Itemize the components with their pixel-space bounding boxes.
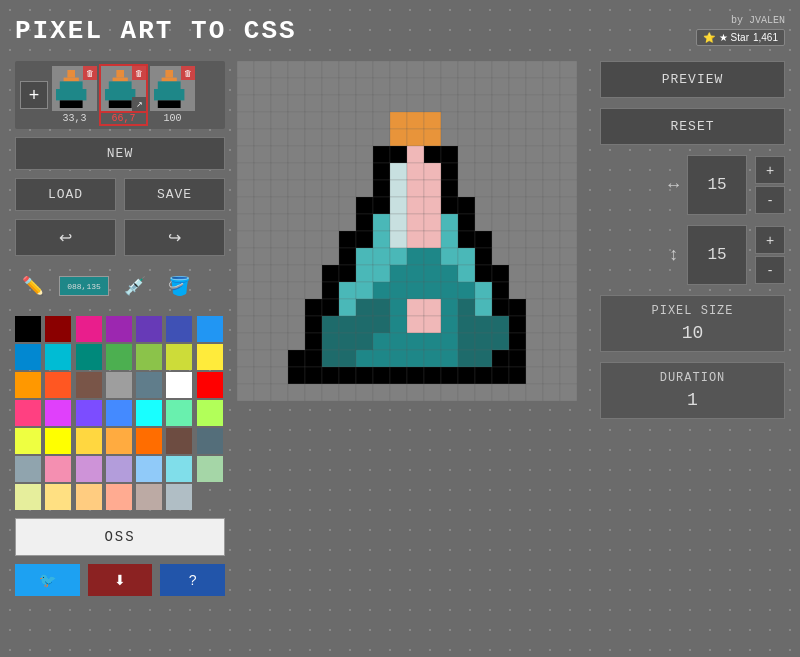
color-swatch[interactable] [15, 428, 41, 454]
frame-item-1[interactable]: 🗑 33,3 [52, 66, 97, 124]
duration-section: Duration 1 [600, 362, 785, 419]
frame-delete-1[interactable]: 🗑 [83, 66, 97, 80]
frame-delete-3[interactable]: 🗑 [181, 66, 195, 80]
color-swatch[interactable] [166, 456, 192, 482]
frames-strip: + 🗑 33,3 [15, 61, 225, 129]
height-icon: ↕ [668, 245, 679, 265]
width-control: ↔ 15 + - [600, 155, 785, 215]
color-swatch[interactable] [136, 484, 162, 510]
color-swatch[interactable] [136, 400, 162, 426]
color-swatch[interactable] [45, 344, 71, 370]
frame-item-2[interactable]: 🗑 ↗ 66,7 [101, 66, 146, 124]
svg-rect-12 [157, 81, 180, 89]
color-swatch[interactable] [15, 344, 41, 370]
reset-button[interactable]: RESET [600, 108, 785, 145]
color-swatch[interactable] [197, 400, 223, 426]
color-swatch[interactable] [15, 372, 41, 398]
width-icon: ↔ [668, 175, 679, 195]
color-swatch[interactable] [15, 316, 41, 342]
height-dec-button[interactable]: - [755, 256, 785, 284]
svg-rect-5 [116, 70, 124, 78]
color-swatch[interactable] [197, 428, 223, 454]
color-swatch[interactable] [76, 400, 102, 426]
color-swatch[interactable] [106, 428, 132, 454]
color-swatch[interactable] [166, 484, 192, 510]
color-swatch[interactable] [197, 372, 223, 398]
height-inc-button[interactable]: + [755, 226, 785, 254]
pixel-size-value: 10 [682, 323, 704, 343]
color-swatch[interactable] [45, 456, 71, 482]
color-swatch[interactable] [106, 316, 132, 342]
color-swatch[interactable] [166, 344, 192, 370]
color-swatch[interactable] [106, 400, 132, 426]
color-swatch[interactable] [45, 316, 71, 342]
load-button[interactable]: LOAD [15, 178, 116, 211]
svg-rect-3 [56, 89, 86, 100]
twitter-button[interactable]: 🐦 [15, 564, 80, 596]
pixel-size-label: Pixel Size [651, 304, 733, 318]
color-swatch[interactable] [197, 344, 223, 370]
color-swatch[interactable] [106, 372, 132, 398]
help-button[interactable]: ? [160, 564, 225, 596]
frame-thumb-3: 🗑 [150, 66, 195, 111]
star-button[interactable]: ⭐ ★ Star 1,461 [696, 29, 785, 46]
color-swatch[interactable] [197, 316, 223, 342]
svg-rect-13 [154, 89, 184, 100]
color-value: 088,135 [67, 282, 101, 291]
color-swatch[interactable] [76, 372, 102, 398]
color-swatch[interactable] [166, 372, 192, 398]
color-swatch[interactable] [45, 428, 71, 454]
color-swatch[interactable] [136, 344, 162, 370]
pencil-tool[interactable]: ✏️ [15, 268, 51, 304]
color-swatch[interactable] [45, 400, 71, 426]
canvas-area [237, 61, 588, 596]
color-swatch[interactable] [106, 344, 132, 370]
oss-button[interactable]: OSS [15, 518, 225, 556]
svg-rect-6 [112, 77, 127, 81]
width-dec-button[interactable]: - [755, 186, 785, 214]
add-frame-button[interactable]: + [20, 81, 48, 109]
undo-redo-row: ↩ ↪ [15, 219, 225, 256]
eyedropper-tool[interactable]: 💉 [117, 268, 153, 304]
redo-button[interactable]: ↪ [124, 219, 225, 256]
color-swatch[interactable] [45, 484, 71, 510]
frame-delete-2[interactable]: 🗑 [132, 66, 146, 80]
height-control: ↕ 15 + - [600, 225, 785, 285]
color-swatch[interactable] [197, 456, 223, 482]
color-swatch[interactable] [136, 316, 162, 342]
pixel-size-section: Pixel Size 10 [600, 295, 785, 352]
color-swatch[interactable] [76, 456, 102, 482]
undo-button[interactable]: ↩ [15, 219, 116, 256]
color-swatch[interactable] [76, 484, 102, 510]
header: PIXEL ART TO CSS by JVALEN ⭐ ★ Star 1,46… [15, 15, 785, 46]
download-button[interactable]: ⬇ [88, 564, 153, 596]
color-swatch[interactable] [76, 344, 102, 370]
color-swatch[interactable] [166, 400, 192, 426]
color-swatch[interactable] [106, 484, 132, 510]
download-icon: ⬇ [114, 572, 126, 588]
color-palette [15, 316, 225, 510]
help-icon: ? [189, 572, 197, 588]
color-swatch[interactable] [45, 372, 71, 398]
save-button[interactable]: SAVE [124, 178, 225, 211]
color-swatch[interactable] [76, 316, 102, 342]
color-swatch[interactable] [136, 428, 162, 454]
new-button[interactable]: NEW [15, 137, 225, 170]
color-swatch[interactable] [136, 456, 162, 482]
color-swatch[interactable] [106, 456, 132, 482]
load-save-row: LOAD SAVE [15, 178, 225, 211]
frame-duplicate-2[interactable]: ↗ [132, 97, 146, 111]
preview-button[interactable]: PREVIEW [600, 61, 785, 98]
color-swatch[interactable] [76, 428, 102, 454]
pixel-canvas[interactable] [237, 61, 577, 401]
color-swatch[interactable] [166, 316, 192, 342]
color-swatch[interactable] [166, 428, 192, 454]
color-swatch[interactable] [15, 400, 41, 426]
width-inc-button[interactable]: + [755, 156, 785, 184]
color-swatch[interactable] [15, 484, 41, 510]
frame-item-3[interactable]: 🗑 100 [150, 66, 195, 124]
color-swatch[interactable] [136, 372, 162, 398]
color-swatch[interactable] [15, 456, 41, 482]
svg-rect-7 [108, 81, 131, 89]
fill-tool[interactable]: 🪣 [161, 268, 197, 304]
